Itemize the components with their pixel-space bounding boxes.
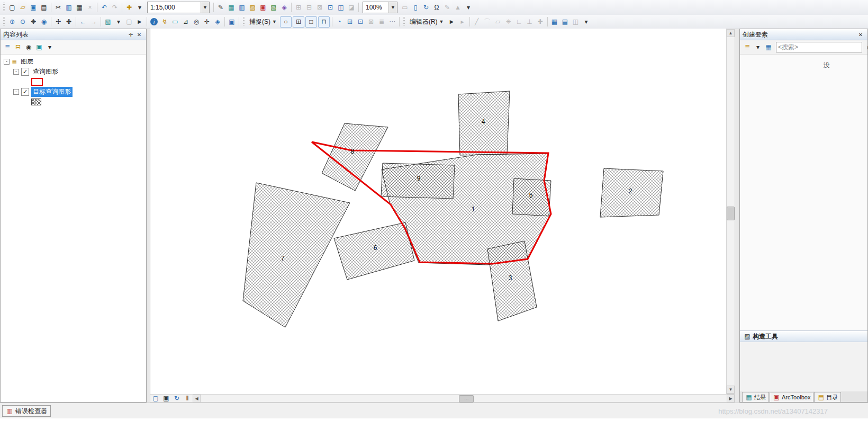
scroll-left-icon[interactable]: ◀	[193, 395, 201, 403]
toolbar-grip[interactable]	[3, 17, 5, 26]
fixed-zoom-in-icon[interactable]: ✣	[53, 17, 64, 27]
sketch-trace-icon[interactable]: ▱	[493, 17, 503, 27]
template-search-input[interactable]	[776, 42, 862, 52]
list-by-selection-icon[interactable]: ▣	[34, 42, 44, 52]
georeferencing-icon-3[interactable]: ⊠	[314, 3, 325, 13]
layout-icon-2[interactable]: ▯	[410, 3, 421, 13]
sketch-line-icon[interactable]: ╱	[472, 17, 482, 27]
horizontal-scrollbar-track[interactable]: ⋯	[201, 395, 727, 402]
add-data-dropdown-icon[interactable]: ▾	[134, 3, 145, 13]
list-icon[interactable]: ≣	[376, 17, 387, 27]
list-by-drawing-order-icon[interactable]: ≣	[2, 42, 13, 52]
attributes-icon[interactable]: ▦	[549, 17, 560, 27]
toolbar-grip[interactable]	[403, 17, 405, 26]
full-extent-icon[interactable]: ◉	[39, 17, 49, 27]
viewer-window-icon[interactable]: ▣	[227, 17, 237, 27]
sketch-properties-icon[interactable]: ▤	[560, 17, 571, 27]
georeferencing-icon-6[interactable]: ◪	[346, 3, 357, 13]
edit-tool-icon[interactable]: ►	[447, 17, 457, 27]
zoom-out-icon[interactable]: ⊖	[17, 17, 28, 27]
more-dots-icon[interactable]: ⋯	[387, 17, 397, 27]
organize-templates-dropdown-icon[interactable]: ▾	[753, 42, 763, 52]
sketch-perpendicular-icon[interactable]: ⊥	[525, 17, 535, 27]
go-to-xy-icon[interactable]: ◈	[212, 17, 223, 27]
hyperlink-icon[interactable]: ↯	[159, 17, 170, 27]
arctoolbox-window-icon[interactable]: ▣	[258, 3, 268, 13]
sketch-arc-icon[interactable]: ⌒	[482, 17, 493, 27]
html-popup-icon[interactable]: ▭	[170, 17, 180, 27]
list-by-visibility-icon[interactable]: ◉	[23, 42, 34, 52]
find-route-icon[interactable]: ✛	[202, 17, 212, 27]
list-by-source-icon[interactable]: ⊟	[13, 42, 23, 52]
new-document-icon[interactable]: ▢	[7, 3, 17, 13]
fixed-zoom-out-icon[interactable]: ✤	[64, 17, 74, 27]
sketch-angle-icon[interactable]: ∟	[514, 17, 525, 27]
close-icon[interactable]: ✕	[856, 31, 865, 39]
construction-tools-list[interactable]	[740, 342, 867, 391]
back-extent-icon[interactable]: ←	[78, 17, 88, 27]
toolbar-overflow-icon[interactable]: ▾	[463, 3, 474, 13]
select-elements-icon[interactable]: ►	[134, 17, 145, 27]
symbol-omega-icon[interactable]: Ω	[431, 3, 442, 13]
refresh-icon[interactable]: ↻	[421, 3, 431, 13]
tree-item-target-query-graphic[interactable]: - ✓ 目标查询图形	[1, 87, 146, 97]
layout-icon-1[interactable]: ▭	[400, 3, 410, 13]
crosshatch-symbol[interactable]	[31, 99, 41, 105]
horizontal-scrollbar-thumb[interactable]: ⋯	[459, 395, 474, 403]
layers-group-label[interactable]: 图层	[19, 57, 35, 67]
snap-point-icon[interactable]: ○	[280, 16, 292, 28]
grid-icon-1[interactable]: ⊞	[345, 17, 355, 27]
layer-label-selected[interactable]: 目标查询图形	[31, 87, 73, 97]
close-icon[interactable]: ✕	[135, 31, 143, 39]
layer-visibility-checkbox[interactable]: ✓	[21, 88, 29, 96]
scroll-up-icon[interactable]: ▲	[727, 29, 735, 37]
open-folder-icon[interactable]: ▱	[17, 3, 28, 13]
grid-icon-3[interactable]: ⊠	[366, 17, 376, 27]
georeferencing-icon-1[interactable]: ⊞	[293, 3, 304, 13]
pin-icon[interactable]: ✛	[126, 31, 135, 39]
snap-edge-icon[interactable]: ⊓	[318, 16, 330, 28]
edit-annotation-icon[interactable]: ▸	[457, 17, 468, 27]
delete-icon[interactable]: ×	[85, 3, 95, 13]
vertical-scrollbar-thumb[interactable]	[727, 207, 735, 220]
python-window-icon[interactable]: ◈	[279, 3, 290, 13]
pan-icon[interactable]: ✥	[28, 17, 39, 27]
snapping-menu-button[interactable]: 捕捉(S) ▼	[247, 16, 279, 27]
collapse-icon[interactable]: -	[13, 69, 19, 75]
chevron-down-icon[interactable]: ▼	[388, 2, 397, 13]
select-features-icon[interactable]: ▧	[103, 17, 113, 27]
grid-icon-2[interactable]: ⊡	[355, 17, 366, 27]
snap-end-icon[interactable]: ⊞	[293, 16, 304, 28]
collapse-icon[interactable]: -	[13, 89, 19, 95]
template-list[interactable]: 没	[740, 55, 867, 330]
clear-selection-icon[interactable]: ▢	[124, 17, 134, 27]
map-scale-combo[interactable]: 1:15,000 ▼	[147, 2, 210, 13]
redo-icon[interactable]: ↷	[110, 3, 120, 13]
error-inspector-button[interactable]: ▥ 错误检查器	[2, 405, 51, 417]
zoom-percent-combo[interactable]: 100% ▼	[363, 2, 397, 13]
map-vertical-scrollbar[interactable]: ▲ ▼	[726, 29, 735, 394]
toc-options-icon[interactable]: ▾	[44, 42, 55, 52]
add-data-icon[interactable]: ✚	[124, 3, 134, 13]
georeferencing-icon-2[interactable]: ⊟	[304, 3, 314, 13]
refresh-view-icon[interactable]: ↻	[171, 394, 182, 404]
toolbar-grip[interactable]	[243, 17, 245, 26]
scroll-right-icon[interactable]: ▶	[727, 395, 735, 403]
table-options-icon[interactable]: ▦	[226, 3, 237, 13]
sketch-plus-icon[interactable]: ✚	[535, 17, 546, 27]
sketch-point-icon[interactable]: ✳	[503, 17, 514, 27]
georeferencing-icon-4[interactable]: ⊡	[325, 3, 336, 13]
tree-item-layers[interactable]: - ≣ 图层	[1, 57, 146, 67]
red-rectangle-symbol[interactable]	[31, 78, 43, 86]
organize-templates-icon[interactable]: ≣	[742, 42, 753, 52]
graph-icon[interactable]: ▥	[237, 3, 247, 13]
tree-item-query-graphic[interactable]: - ✓ 查询图形	[1, 67, 146, 77]
layout-view-icon[interactable]: ▣	[161, 394, 171, 404]
tab-arctoolbox[interactable]: ▣ ArcToolbox	[770, 392, 813, 402]
map-canvas[interactable]: 748915263	[150, 29, 726, 394]
collapse-icon[interactable]: -	[4, 59, 10, 65]
save-icon[interactable]: ▣	[28, 3, 39, 13]
data-view-icon[interactable]: ▢	[150, 394, 161, 404]
trace-icon[interactable]: ◔	[334, 17, 345, 27]
template-properties-icon[interactable]: ▦	[763, 42, 774, 52]
